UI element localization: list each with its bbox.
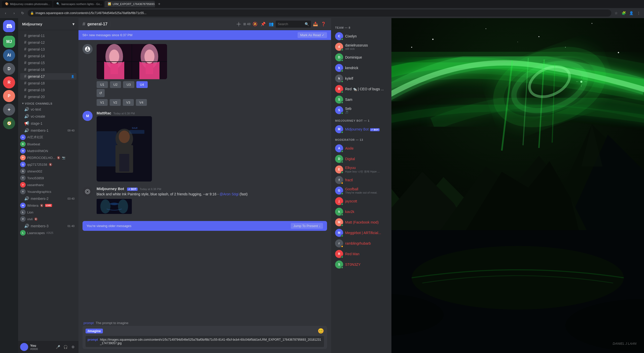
member-item-dominique[interactable]: D Dominique: [333, 52, 389, 62]
channel-item-members2[interactable]: 🔊 members-2 03 40: [20, 195, 76, 202]
server-icon-midjourney[interactable]: MJ: [3, 36, 15, 48]
search-bar[interactable]: 🔍: [276, 21, 311, 28]
extension-icon[interactable]: 🧩: [620, 10, 627, 16]
back-button[interactable]: ‹: [2, 10, 9, 17]
channel-item-general11[interactable]: # general-11: [20, 32, 76, 39]
message-group-bot: Midjourney Bot ✓ BOT Today at 6:38 PM bl…: [83, 187, 327, 214]
hash-pin-button[interactable]: [235, 21, 242, 28]
voice-user-vasanthanc: V vasanthanc: [20, 182, 76, 188]
reload-button[interactable]: ↻: [19, 10, 26, 17]
mattrac-image[interactable]: SALE: [97, 116, 152, 182]
member-name: ST0N3ZY: [345, 262, 360, 267]
add-server-button[interactable]: +: [3, 104, 15, 116]
channel-item-general15[interactable]: # general-15: [20, 60, 76, 66]
help-button[interactable]: ❓: [320, 21, 327, 28]
member-item-kylelf[interactable]: k kylelf: [333, 73, 389, 83]
u2-button[interactable]: U2: [110, 81, 121, 88]
chat-input-box[interactable]: /imagine 😊 prompt https://images.squares…: [83, 326, 327, 349]
member-item-ramblingrhubarb[interactable]: r ramblingrhubarb: [333, 238, 389, 248]
browser-tab-1[interactable]: 🎨 Midjourney creates photorealis... ✕: [2, 1, 52, 7]
channel-item-stage1[interactable]: 📢 stage-1: [20, 120, 76, 127]
member-item-kav2k[interactable]: k kav2k: [333, 207, 389, 217]
u4-button[interactable]: U4: [136, 81, 148, 88]
mark-as-read-button[interactable]: Mark As Read ✓: [298, 32, 327, 38]
inbox-button[interactable]: 📥: [312, 21, 319, 28]
u3-button[interactable]: U3: [123, 81, 134, 88]
v2-button[interactable]: V2: [110, 99, 121, 106]
tab-favicon-3: 🖼️: [108, 2, 111, 6]
member-item-redman[interactable]: R Red Man: [333, 249, 389, 259]
channel-item-general19[interactable]: # general-19: [20, 87, 76, 93]
server-header[interactable]: Midjourney ▾: [18, 18, 78, 30]
member-item-fractl[interactable]: f fractl: [333, 175, 389, 185]
search-icon: 🔍: [305, 22, 309, 26]
v4-button[interactable]: V4: [136, 99, 147, 106]
member-item-danielruss[interactable]: d danielrussruss still sick: [333, 42, 389, 52]
channel-item-members1[interactable]: 🔊 members-1 09 40: [20, 127, 76, 134]
browser-tab-3[interactable]: 🖼️ LRM_EXPORT_17643678795693... ✕: [105, 1, 155, 7]
channel-item-vc-text[interactable]: 🔊 vc-text: [20, 106, 76, 113]
members-button[interactable]: 👥: [268, 21, 275, 28]
channel-item-general17[interactable]: # general-17 👤: [20, 73, 76, 80]
member-item-matt-fb[interactable]: M Matt (Facebook mod): [333, 217, 389, 227]
settings-button[interactable]: ⚙: [69, 343, 76, 350]
v1-button[interactable]: V1: [97, 99, 108, 106]
headphones-button[interactable]: 🎧: [62, 343, 69, 350]
pin-button[interactable]: 📌: [260, 21, 267, 28]
current-username: You: [30, 344, 52, 347]
server-icon-3[interactable]: D: [3, 63, 15, 75]
v3-button[interactable]: V3: [123, 99, 134, 106]
channel-item-general18[interactable]: # general-18: [20, 80, 76, 86]
bookmark-icon[interactable]: ☆: [613, 10, 619, 16]
message-image-grid[interactable]: [97, 44, 167, 79]
channel-item-general20[interactable]: # general-20: [20, 94, 76, 100]
explore-servers-button[interactable]: 🧭: [3, 117, 15, 129]
channel-item-general16[interactable]: # general-16: [20, 66, 76, 73]
member-item-seb[interactable]: S Seb 🎵: [333, 105, 389, 115]
refresh-button[interactable]: ↺: [97, 89, 105, 97]
address-bar[interactable]: 🔒 images.squarespace-cdn.com/content/v1/…: [28, 10, 611, 17]
message-group-1: U1 U2 U3 U4 ↺ V1 V2 V3 V4: [83, 44, 327, 106]
menu-icon[interactable]: ⋮: [635, 10, 642, 16]
browser-tab-2[interactable]: 🔍 laanscapes northern lights - Go... ✕: [53, 1, 104, 7]
member-item-kendrick[interactable]: k kendrick: [333, 63, 389, 73]
channel-name: general-12: [28, 40, 74, 45]
voice-channels-category[interactable]: ▾ VOICE CHANNELS: [18, 100, 78, 106]
mute-notifications-button[interactable]: 🔕: [252, 21, 259, 28]
member-item-jayscott[interactable]: j jayscott: [333, 196, 389, 206]
member-item-mjbot[interactable]: M Midjourney Bot ✓ BOT: [333, 124, 389, 134]
search-input[interactable]: [278, 22, 303, 26]
new-tab-button[interactable]: +: [156, 1, 163, 7]
voice-user-tonci: T Tonci53859: [20, 175, 76, 181]
mic-button[interactable]: 🎤: [54, 343, 61, 350]
member-item-red[interactable]: R Red 🐀 | CEO of bugs ...: [333, 84, 389, 94]
profile-icon[interactable]: 👤: [628, 10, 634, 16]
channel-item-general12[interactable]: # general-12: [20, 39, 76, 46]
server-sidebar: MJ AI D R P + 🧭: [0, 18, 18, 353]
server-icon-2[interactable]: AI: [3, 49, 15, 61]
prompt-field-value[interactable]: https://images.squarespace-cdn.com/conte…: [100, 338, 322, 345]
channel-item-members3[interactable]: 🔊 members-3 01 40: [20, 223, 76, 229]
u1-button[interactable]: U1: [97, 81, 108, 88]
watermark-text: DANIEL J LAAN: [613, 342, 636, 345]
channel-item-vc-create[interactable]: 🔊 vc-create: [20, 113, 76, 120]
channel-item-general14[interactable]: # general-14: [20, 53, 76, 59]
jump-to-present-button[interactable]: Jump To Present ↓: [291, 223, 323, 229]
member-item-elkyuu[interactable]: E Elkyuu Hype boy 나띤 원해 Hype ...: [333, 164, 389, 174]
voice-user-bluebeat: B Bluebeat: [20, 141, 76, 147]
emoji-button[interactable]: 😊: [318, 328, 324, 334]
member-item-meggirbot[interactable]: M Meggirbot | ARTificial...: [333, 228, 389, 238]
server-icon-5[interactable]: P: [3, 90, 15, 102]
member-item-cixelyn[interactable]: C Cixelyn: [333, 31, 389, 41]
member-item-goofball[interactable]: G Goofball They're made out of meat.: [333, 186, 389, 196]
status-indicator: [341, 161, 343, 163]
member-item-aixile[interactable]: A Aixile: [333, 143, 389, 153]
member-item-st0n3zy[interactable]: S ST0N3ZY: [333, 259, 389, 270]
channel-item-general13[interactable]: # general-13: [20, 46, 76, 53]
forward-button[interactable]: ›: [11, 10, 18, 17]
member-item-sam[interactable]: S Sam: [333, 95, 389, 105]
server-icon-discord-home[interactable]: [3, 20, 15, 32]
member-item-digital[interactable]: D Digital: [333, 154, 389, 164]
member-info: Matt (Facebook mod): [345, 220, 379, 224]
server-icon-4[interactable]: R: [3, 76, 15, 89]
